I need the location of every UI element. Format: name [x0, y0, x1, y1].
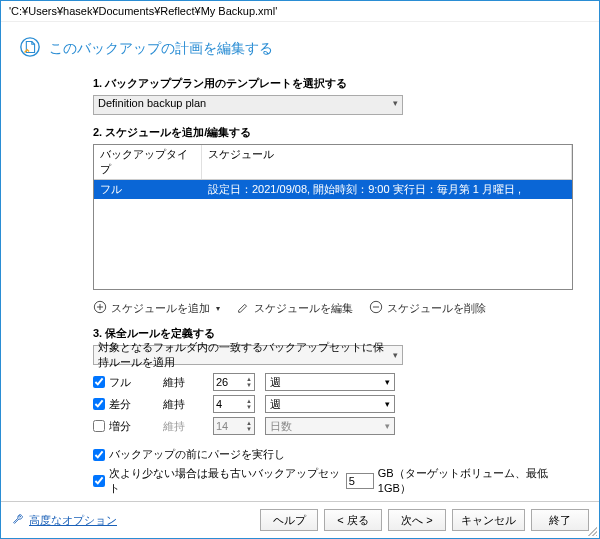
chevron-down-icon: ▾ [216, 304, 220, 313]
retention-scope-value: 対象となるフォルダ内の一致するバックアップセットに保持ルールを適用 [98, 340, 393, 370]
chevron-down-icon: ▾ [393, 98, 398, 108]
add-schedule-button[interactable]: スケジュールを追加 ▾ [93, 300, 220, 316]
plus-icon [93, 300, 107, 316]
advanced-options-label: 高度なオプション [29, 513, 117, 528]
add-schedule-label: スケジュールを追加 [111, 301, 210, 316]
spin-down-icon[interactable]: ▼ [246, 382, 252, 388]
chevron-down-icon: ▾ [385, 377, 390, 387]
retention-grid: フル 維持 26▲▼ 週▾ 差分 維持 4▲▼ 週▾ 増分 維持 14▲▼ 日数… [93, 371, 573, 437]
diff-unit-select[interactable]: 週▾ [265, 395, 395, 413]
full-label: フル [109, 375, 131, 390]
low-space-checkbox[interactable]: 次より少ない場合は最も古いバックアップセット GB（ターゲットボリューム、最低1… [93, 466, 573, 496]
low-space-label-a: 次より少ない場合は最も古いバックアップセット [109, 466, 342, 496]
back-button[interactable]: < 戻る [324, 509, 382, 531]
template-combo[interactable]: Definition backup plan ▾ [93, 95, 403, 115]
full-unit-select[interactable]: 週▾ [265, 373, 395, 391]
section3-label: 3. 保全ルールを定義する [93, 326, 573, 341]
help-button[interactable]: ヘルプ [260, 509, 318, 531]
chevron-down-icon: ▾ [393, 350, 398, 360]
chevron-down-icon: ▾ [385, 399, 390, 409]
cell-schedule: 設定日：2021/09/08, 開始時刻：9:00 実行日：毎月第 1 月曜日 … [202, 180, 572, 199]
inc-count-spinner: 14▲▼ [213, 417, 255, 435]
full-checkbox[interactable]: フル [93, 375, 153, 390]
page-header: このバックアップの計画を編集する [19, 36, 581, 62]
rule-row-full: フル 維持 26▲▼ 週▾ [93, 371, 573, 393]
purge-label: バックアップの前にパージを実行し [109, 447, 285, 462]
dialog-footer: 高度なオプション ヘルプ < 戻る 次へ > キャンセル 終了 [1, 501, 599, 538]
inc-label: 増分 [109, 419, 131, 434]
chevron-down-icon: ▾ [385, 421, 390, 431]
diff-label: 差分 [109, 397, 131, 412]
schedule-table[interactable]: バックアップタイプ スケジュール フル 設定日：2021/09/08, 開始時刻… [93, 144, 573, 290]
schedule-actions: スケジュールを追加 ▾ スケジュールを編集 スケジュールを削除 [93, 300, 573, 316]
resize-grip[interactable] [585, 524, 597, 536]
low-space-label-b: GB（ターゲットボリューム、最低1GB） [378, 466, 573, 496]
spin-down-icon[interactable]: ▼ [246, 404, 252, 410]
diff-count-spinner[interactable]: 4▲▼ [213, 395, 255, 413]
edit-schedule-button[interactable]: スケジュールを編集 [236, 300, 353, 316]
page-title: このバックアップの計画を編集する [49, 40, 273, 58]
inc-keep-label: 維持 [163, 419, 203, 434]
diff-keep-label: 維持 [163, 397, 203, 412]
delete-schedule-label: スケジュールを削除 [387, 301, 486, 316]
spin-down-icon: ▼ [246, 426, 252, 432]
table-row[interactable]: フル 設定日：2021/09/08, 開始時刻：9:00 実行日：毎月第 1 月… [94, 180, 572, 199]
rule-row-diff: 差分 維持 4▲▼ 週▾ [93, 393, 573, 415]
dialog-window: 'C:¥Users¥hasek¥Documents¥Reflect¥My Bac… [0, 0, 600, 539]
section1-label: 1. バックアッププラン用のテンプレートを選択する [93, 76, 573, 91]
section2-label: 2. スケジュールを追加/編集する [93, 125, 573, 140]
next-button[interactable]: 次へ > [388, 509, 446, 531]
low-space-gb-input[interactable] [346, 473, 374, 489]
diff-checkbox[interactable]: 差分 [93, 397, 153, 412]
edit-schedule-label: スケジュールを編集 [254, 301, 353, 316]
wrench-icon [11, 512, 25, 528]
table-header: バックアップタイプ スケジュール [94, 145, 572, 180]
rule-row-inc: 増分 維持 14▲▼ 日数▾ [93, 415, 573, 437]
pencil-icon [236, 300, 250, 316]
delete-schedule-button[interactable]: スケジュールを削除 [369, 300, 486, 316]
purge-before-backup-checkbox[interactable]: バックアップの前にパージを実行し [93, 447, 573, 462]
full-count-spinner[interactable]: 26▲▼ [213, 373, 255, 391]
col-schedule[interactable]: スケジュール [202, 145, 572, 179]
col-backup-type[interactable]: バックアップタイプ [94, 145, 202, 179]
full-keep-label: 維持 [163, 375, 203, 390]
content-area: このバックアップの計画を編集する 1. バックアッププラン用のテンプレートを選択… [1, 22, 599, 501]
edit-plan-icon [19, 36, 41, 62]
inc-unit-select: 日数▾ [265, 417, 395, 435]
inc-checkbox[interactable]: 増分 [93, 419, 153, 434]
template-combo-value: Definition backup plan [98, 97, 206, 109]
dialog-body: 1. バックアッププラン用のテンプレートを選択する Definition bac… [93, 72, 573, 496]
svg-point-0 [21, 38, 39, 56]
advanced-options-link[interactable]: 高度なオプション [11, 512, 117, 528]
retention-scope-combo[interactable]: 対象となるフォルダ内の一致するバックアップセットに保持ルールを適用 ▾ [93, 345, 403, 365]
window-title: 'C:¥Users¥hasek¥Documents¥Reflect¥My Bac… [1, 1, 599, 22]
finish-button[interactable]: 終了 [531, 509, 589, 531]
minus-icon [369, 300, 383, 316]
cell-backup-type: フル [94, 180, 202, 199]
cancel-button[interactable]: キャンセル [452, 509, 525, 531]
